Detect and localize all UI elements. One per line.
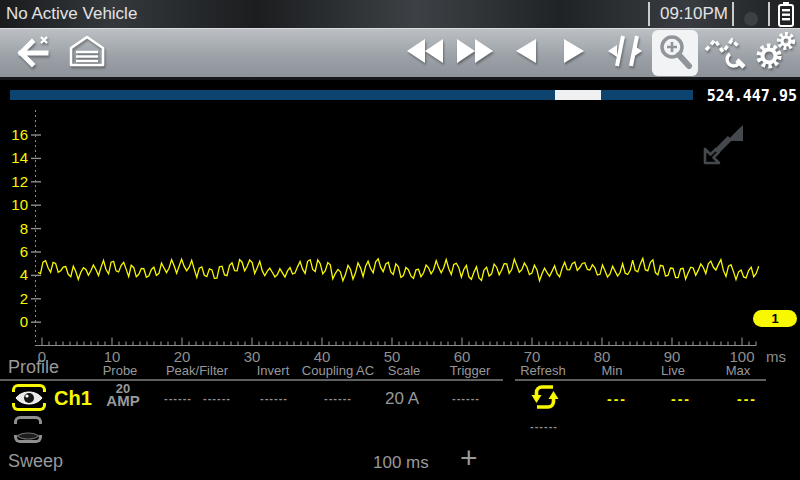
status-bar-right: 09:10PM	[644, 0, 800, 28]
filter-cell[interactable]: ------	[203, 392, 231, 404]
separator	[648, 2, 650, 26]
x-axis-unit-label: ms	[766, 348, 786, 365]
column-header-probe: Probe	[103, 363, 138, 378]
zoom-icon	[656, 32, 694, 74]
y-axis-tick-label: 10	[0, 196, 28, 213]
bracket-top	[14, 416, 42, 424]
header-rule-left	[0, 379, 503, 381]
fast-forward-button[interactable]	[452, 30, 498, 76]
refresh-button[interactable]	[529, 382, 561, 412]
previous-icon	[511, 37, 539, 69]
channel2-visibility-button[interactable]	[14, 416, 42, 443]
coupling-cell[interactable]: ------	[324, 392, 352, 404]
status-bar: No Active Vehicle 09:10PM	[0, 0, 800, 28]
separator	[732, 2, 734, 26]
channel1-reference-marker[interactable]: 1	[753, 310, 797, 327]
toolbar-left-group	[8, 30, 110, 76]
probe-value-line2: AMP	[106, 395, 139, 407]
y-axis-tick-label: 12	[0, 173, 28, 190]
live-readout: ---	[671, 391, 691, 407]
scale-cell[interactable]: 20 A	[385, 389, 419, 409]
probe-cell[interactable]: 20 AMP	[106, 383, 139, 407]
column-header-peak-filter: Peak/Filter	[166, 363, 228, 378]
zoom-position-readout: 524.447.95	[707, 87, 797, 105]
cursors-icon	[607, 34, 643, 72]
rewind-button[interactable]	[402, 30, 448, 76]
max-readout: ---	[737, 391, 757, 407]
eye-closed-icon	[16, 426, 40, 444]
previous-button[interactable]	[502, 30, 548, 76]
fast-forward-icon	[455, 37, 495, 69]
trigger-cell[interactable]: ------	[452, 392, 480, 404]
settings-button[interactable]	[752, 30, 798, 76]
column-header-trigger: Trigger	[450, 363, 491, 378]
scope-screen: No Active Vehicle 09:10PM	[0, 0, 800, 480]
column-header-refresh: Refresh	[520, 363, 566, 378]
expand-view-button[interactable]	[699, 121, 747, 169]
y-axis-tick-label: 14	[0, 149, 28, 166]
y-axis-tick-label: 2	[0, 290, 28, 307]
y-axis-tick-label: 8	[0, 220, 28, 237]
clock: 09:10PM	[654, 4, 728, 24]
zoom-position-handle[interactable]	[555, 90, 601, 100]
refresh-status: ------	[530, 420, 558, 432]
channel1-visibility-button[interactable]	[12, 384, 46, 411]
next-icon	[561, 37, 589, 69]
toolbar	[0, 28, 800, 80]
sweep-section-label: Sweep	[8, 451, 63, 472]
column-header-coupling-ac: Coupling AC	[302, 363, 374, 378]
back-button[interactable]	[8, 30, 54, 76]
header-rule-right	[515, 379, 766, 381]
column-header-scale: Scale	[388, 363, 421, 378]
column-header-live: Live	[661, 363, 685, 378]
y-axis-tick-label: 4	[0, 266, 28, 283]
eye-icon	[14, 388, 44, 412]
status-dot-icon	[744, 12, 758, 26]
peak-cell[interactable]: ------	[164, 392, 192, 404]
scope-tools-button[interactable]	[702, 30, 748, 76]
column-header-max: Max	[726, 363, 751, 378]
channel1-name[interactable]: Ch1	[54, 387, 92, 410]
y-axis-tick-label: 16	[0, 126, 28, 143]
invert-cell[interactable]: ------	[260, 392, 288, 404]
scope-tools-icon	[704, 33, 746, 73]
cursors-button[interactable]	[602, 30, 648, 76]
refresh-cycle-icon	[529, 398, 561, 415]
vehicle-title: No Active Vehicle	[0, 4, 137, 24]
next-button[interactable]	[552, 30, 598, 76]
sweep-value[interactable]: 100 ms	[373, 453, 429, 473]
column-header-min: Min	[602, 363, 623, 378]
zoom-button[interactable]	[652, 30, 698, 76]
separator	[768, 2, 770, 26]
home-icon	[68, 34, 106, 72]
battery-icon	[776, 1, 796, 27]
home-button[interactable]	[64, 30, 110, 76]
sweep-increase-button[interactable]: +	[460, 443, 478, 473]
y-axis-tick-label: 6	[0, 243, 28, 260]
expand-arrows-icon	[699, 155, 747, 172]
settings-gears-icon	[753, 30, 797, 76]
y-axis-tick-label: 0	[0, 313, 28, 330]
rewind-icon	[405, 37, 445, 69]
toolbar-right-group	[402, 30, 798, 76]
profile-section-label: Profile	[8, 357, 59, 378]
min-readout: ---	[607, 391, 627, 407]
column-header-invert: Invert	[257, 363, 290, 378]
back-icon	[11, 34, 51, 72]
zoom-position-bar[interactable]	[10, 90, 693, 100]
